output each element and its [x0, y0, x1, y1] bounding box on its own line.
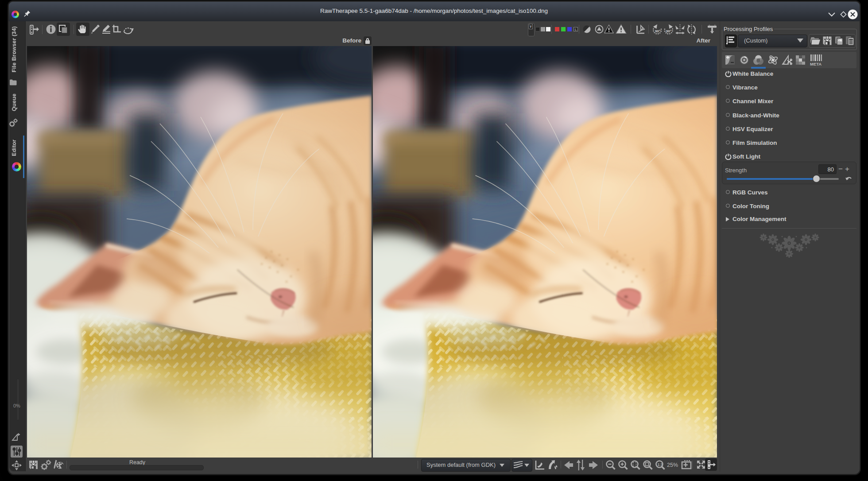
- svg-text:1:1: 1:1: [658, 462, 663, 467]
- svg-text:META: META: [810, 62, 822, 66]
- svg-text:90°: 90°: [655, 29, 660, 33]
- svg-text:90°: 90°: [666, 29, 671, 33]
